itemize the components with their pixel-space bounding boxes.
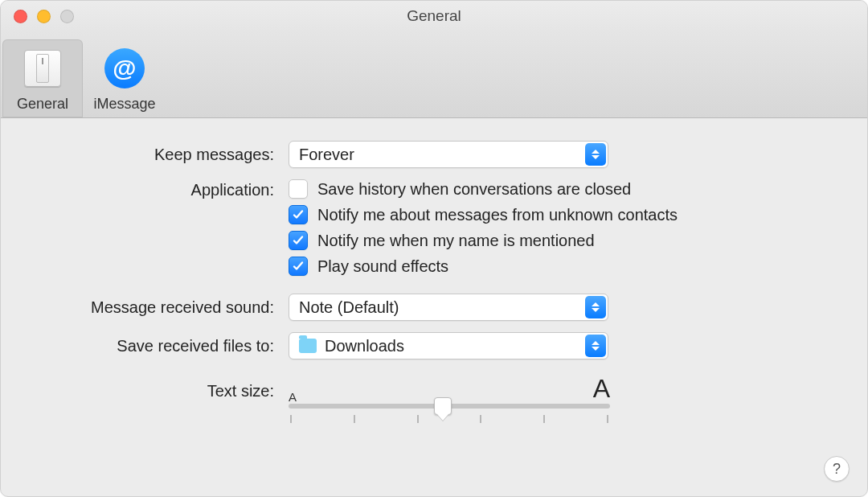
notify-unknown-label: Notify me about messages from unknown co… bbox=[317, 206, 678, 224]
notify-unknown-checkbox[interactable] bbox=[289, 205, 308, 224]
preferences-toolbar: General @ iMessage bbox=[1, 31, 867, 118]
general-settings-panel: Keep messages: Forever Application: Save… bbox=[1, 118, 867, 455]
preferences-window: General General @ iMessage Keep messages… bbox=[0, 0, 868, 497]
save-history-checkbox[interactable] bbox=[289, 179, 308, 199]
play-sounds-checkbox[interactable] bbox=[289, 257, 308, 276]
titlebar: General bbox=[1, 1, 867, 31]
notify-mentioned-label: Notify me when my name is mentioned bbox=[317, 232, 595, 250]
notify-mentioned-checkbox[interactable] bbox=[289, 231, 308, 250]
keep-messages-popup[interactable]: Forever bbox=[289, 141, 608, 168]
text-size-slider[interactable]: A A bbox=[289, 372, 610, 423]
switch-icon bbox=[24, 50, 61, 87]
text-size-label: Text size: bbox=[33, 372, 289, 400]
window-title: General bbox=[407, 7, 461, 25]
tab-general-label: General bbox=[2, 96, 83, 113]
minimize-window-button[interactable] bbox=[37, 10, 51, 23]
tab-imessage[interactable]: @ iMessage bbox=[84, 39, 165, 117]
window-controls bbox=[14, 10, 74, 23]
application-label: Application: bbox=[33, 179, 289, 199]
help-button[interactable]: ? bbox=[824, 456, 850, 482]
text-size-max-glyph: A bbox=[593, 374, 610, 404]
play-sounds-label: Play sound effects bbox=[317, 257, 448, 276]
save-files-value: Downloads bbox=[325, 337, 404, 355]
slider-ticks bbox=[289, 415, 610, 423]
text-size-min-glyph: A bbox=[289, 390, 297, 404]
chevron-up-down-icon bbox=[585, 296, 606, 318]
message-sound-label: Message received sound: bbox=[33, 298, 289, 317]
help-icon: ? bbox=[833, 461, 841, 478]
chevron-up-down-icon bbox=[585, 143, 606, 166]
slider-thumb[interactable] bbox=[434, 397, 452, 415]
slider-track bbox=[289, 404, 610, 409]
at-icon: @ bbox=[104, 48, 145, 88]
tab-general[interactable]: General bbox=[2, 39, 83, 117]
save-files-label: Save received files to: bbox=[33, 337, 289, 355]
zoom-window-button[interactable] bbox=[60, 10, 74, 23]
close-window-button[interactable] bbox=[14, 10, 27, 23]
keep-messages-value: Forever bbox=[299, 146, 354, 164]
save-files-popup[interactable]: Downloads bbox=[289, 332, 608, 359]
message-sound-value: Note (Default) bbox=[299, 298, 399, 317]
folder-downloads-icon bbox=[299, 339, 317, 353]
chevron-up-down-icon bbox=[585, 335, 606, 357]
message-sound-popup[interactable]: Note (Default) bbox=[289, 294, 608, 321]
save-history-label: Save history when conversations are clos… bbox=[317, 180, 631, 199]
keep-messages-label: Keep messages: bbox=[33, 146, 289, 164]
tab-imessage-label: iMessage bbox=[84, 96, 165, 113]
